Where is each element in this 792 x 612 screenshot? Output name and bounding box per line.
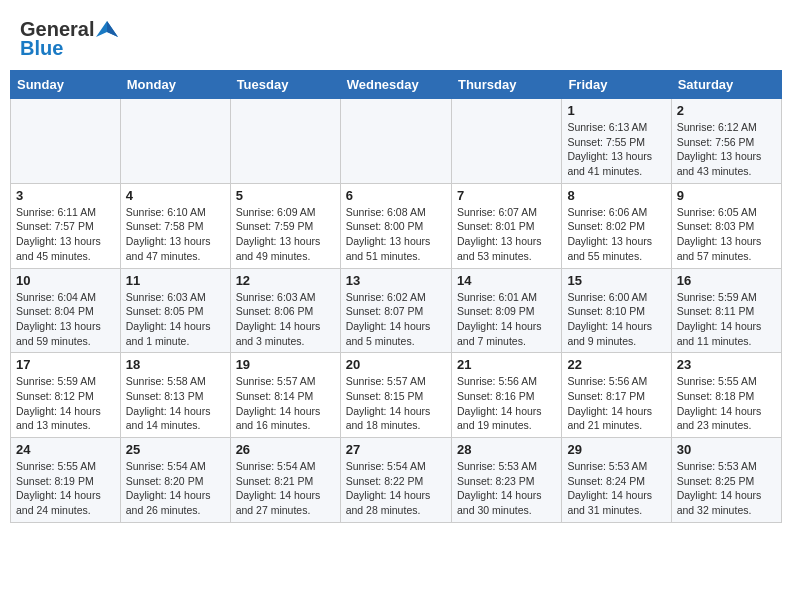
logo-bird-icon bbox=[96, 19, 118, 41]
calendar-cell: 10Sunrise: 6:04 AMSunset: 8:04 PMDayligh… bbox=[11, 268, 121, 353]
day-info: Sunrise: 6:08 AMSunset: 8:00 PMDaylight:… bbox=[346, 205, 446, 264]
day-number: 22 bbox=[567, 357, 665, 372]
calendar-cell: 9Sunrise: 6:05 AMSunset: 8:03 PMDaylight… bbox=[671, 183, 781, 268]
calendar-cell: 25Sunrise: 5:54 AMSunset: 8:20 PMDayligh… bbox=[120, 438, 230, 523]
calendar-cell bbox=[120, 99, 230, 184]
header-tuesday: Tuesday bbox=[230, 71, 340, 99]
day-number: 13 bbox=[346, 273, 446, 288]
day-info: Sunrise: 5:54 AMSunset: 8:21 PMDaylight:… bbox=[236, 459, 335, 518]
calendar-cell bbox=[451, 99, 561, 184]
calendar-cell: 26Sunrise: 5:54 AMSunset: 8:21 PMDayligh… bbox=[230, 438, 340, 523]
day-info: Sunrise: 5:59 AMSunset: 8:12 PMDaylight:… bbox=[16, 374, 115, 433]
calendar-week-3: 10Sunrise: 6:04 AMSunset: 8:04 PMDayligh… bbox=[11, 268, 782, 353]
day-number: 2 bbox=[677, 103, 776, 118]
calendar-cell: 3Sunrise: 6:11 AMSunset: 7:57 PMDaylight… bbox=[11, 183, 121, 268]
calendar-cell: 12Sunrise: 6:03 AMSunset: 8:06 PMDayligh… bbox=[230, 268, 340, 353]
calendar-cell: 28Sunrise: 5:53 AMSunset: 8:23 PMDayligh… bbox=[451, 438, 561, 523]
day-number: 6 bbox=[346, 188, 446, 203]
calendar-week-1: 1Sunrise: 6:13 AMSunset: 7:55 PMDaylight… bbox=[11, 99, 782, 184]
day-number: 19 bbox=[236, 357, 335, 372]
day-number: 4 bbox=[126, 188, 225, 203]
day-number: 21 bbox=[457, 357, 556, 372]
day-number: 29 bbox=[567, 442, 665, 457]
day-number: 17 bbox=[16, 357, 115, 372]
svg-marker-1 bbox=[107, 21, 118, 37]
calendar-cell: 21Sunrise: 5:56 AMSunset: 8:16 PMDayligh… bbox=[451, 353, 561, 438]
day-info: Sunrise: 5:59 AMSunset: 8:11 PMDaylight:… bbox=[677, 290, 776, 349]
calendar-cell: 23Sunrise: 5:55 AMSunset: 8:18 PMDayligh… bbox=[671, 353, 781, 438]
calendar-cell: 20Sunrise: 5:57 AMSunset: 8:15 PMDayligh… bbox=[340, 353, 451, 438]
day-number: 28 bbox=[457, 442, 556, 457]
day-number: 18 bbox=[126, 357, 225, 372]
day-info: Sunrise: 6:04 AMSunset: 8:04 PMDaylight:… bbox=[16, 290, 115, 349]
calendar-cell: 7Sunrise: 6:07 AMSunset: 8:01 PMDaylight… bbox=[451, 183, 561, 268]
calendar-week-5: 24Sunrise: 5:55 AMSunset: 8:19 PMDayligh… bbox=[11, 438, 782, 523]
day-info: Sunrise: 6:06 AMSunset: 8:02 PMDaylight:… bbox=[567, 205, 665, 264]
day-info: Sunrise: 6:11 AMSunset: 7:57 PMDaylight:… bbox=[16, 205, 115, 264]
header-friday: Friday bbox=[562, 71, 671, 99]
calendar-cell: 24Sunrise: 5:55 AMSunset: 8:19 PMDayligh… bbox=[11, 438, 121, 523]
day-info: Sunrise: 5:57 AMSunset: 8:14 PMDaylight:… bbox=[236, 374, 335, 433]
calendar-cell: 18Sunrise: 5:58 AMSunset: 8:13 PMDayligh… bbox=[120, 353, 230, 438]
day-info: Sunrise: 6:13 AMSunset: 7:55 PMDaylight:… bbox=[567, 120, 665, 179]
day-info: Sunrise: 5:57 AMSunset: 8:15 PMDaylight:… bbox=[346, 374, 446, 433]
day-number: 26 bbox=[236, 442, 335, 457]
day-info: Sunrise: 6:03 AMSunset: 8:06 PMDaylight:… bbox=[236, 290, 335, 349]
calendar-cell bbox=[230, 99, 340, 184]
day-number: 11 bbox=[126, 273, 225, 288]
logo-blue-text: Blue bbox=[20, 37, 63, 60]
calendar-cell: 13Sunrise: 6:02 AMSunset: 8:07 PMDayligh… bbox=[340, 268, 451, 353]
day-number: 12 bbox=[236, 273, 335, 288]
day-number: 15 bbox=[567, 273, 665, 288]
day-number: 9 bbox=[677, 188, 776, 203]
header-sunday: Sunday bbox=[11, 71, 121, 99]
day-number: 30 bbox=[677, 442, 776, 457]
day-number: 16 bbox=[677, 273, 776, 288]
day-info: Sunrise: 5:55 AMSunset: 8:19 PMDaylight:… bbox=[16, 459, 115, 518]
calendar-cell: 5Sunrise: 6:09 AMSunset: 7:59 PMDaylight… bbox=[230, 183, 340, 268]
day-number: 25 bbox=[126, 442, 225, 457]
day-info: Sunrise: 5:54 AMSunset: 8:22 PMDaylight:… bbox=[346, 459, 446, 518]
day-number: 1 bbox=[567, 103, 665, 118]
day-number: 24 bbox=[16, 442, 115, 457]
day-info: Sunrise: 6:07 AMSunset: 8:01 PMDaylight:… bbox=[457, 205, 556, 264]
day-info: Sunrise: 5:53 AMSunset: 8:25 PMDaylight:… bbox=[677, 459, 776, 518]
calendar-cell: 14Sunrise: 6:01 AMSunset: 8:09 PMDayligh… bbox=[451, 268, 561, 353]
day-number: 27 bbox=[346, 442, 446, 457]
day-info: Sunrise: 6:05 AMSunset: 8:03 PMDaylight:… bbox=[677, 205, 776, 264]
day-number: 3 bbox=[16, 188, 115, 203]
day-info: Sunrise: 6:09 AMSunset: 7:59 PMDaylight:… bbox=[236, 205, 335, 264]
day-info: Sunrise: 6:12 AMSunset: 7:56 PMDaylight:… bbox=[677, 120, 776, 179]
calendar-cell: 16Sunrise: 5:59 AMSunset: 8:11 PMDayligh… bbox=[671, 268, 781, 353]
day-number: 14 bbox=[457, 273, 556, 288]
header-wednesday: Wednesday bbox=[340, 71, 451, 99]
day-number: 7 bbox=[457, 188, 556, 203]
day-number: 5 bbox=[236, 188, 335, 203]
day-info: Sunrise: 5:53 AMSunset: 8:23 PMDaylight:… bbox=[457, 459, 556, 518]
day-number: 23 bbox=[677, 357, 776, 372]
day-info: Sunrise: 5:58 AMSunset: 8:13 PMDaylight:… bbox=[126, 374, 225, 433]
day-info: Sunrise: 5:55 AMSunset: 8:18 PMDaylight:… bbox=[677, 374, 776, 433]
day-info: Sunrise: 5:54 AMSunset: 8:20 PMDaylight:… bbox=[126, 459, 225, 518]
day-number: 20 bbox=[346, 357, 446, 372]
header-thursday: Thursday bbox=[451, 71, 561, 99]
calendar-cell bbox=[11, 99, 121, 184]
calendar-week-4: 17Sunrise: 5:59 AMSunset: 8:12 PMDayligh… bbox=[11, 353, 782, 438]
day-info: Sunrise: 6:10 AMSunset: 7:58 PMDaylight:… bbox=[126, 205, 225, 264]
day-info: Sunrise: 5:56 AMSunset: 8:17 PMDaylight:… bbox=[567, 374, 665, 433]
calendar-week-2: 3Sunrise: 6:11 AMSunset: 7:57 PMDaylight… bbox=[11, 183, 782, 268]
day-info: Sunrise: 6:00 AMSunset: 8:10 PMDaylight:… bbox=[567, 290, 665, 349]
calendar-cell: 30Sunrise: 5:53 AMSunset: 8:25 PMDayligh… bbox=[671, 438, 781, 523]
calendar-cell: 17Sunrise: 5:59 AMSunset: 8:12 PMDayligh… bbox=[11, 353, 121, 438]
calendar-cell: 4Sunrise: 6:10 AMSunset: 7:58 PMDaylight… bbox=[120, 183, 230, 268]
calendar-cell: 11Sunrise: 6:03 AMSunset: 8:05 PMDayligh… bbox=[120, 268, 230, 353]
page-header: General Blue bbox=[10, 10, 782, 64]
header-monday: Monday bbox=[120, 71, 230, 99]
day-info: Sunrise: 6:01 AMSunset: 8:09 PMDaylight:… bbox=[457, 290, 556, 349]
calendar-cell: 22Sunrise: 5:56 AMSunset: 8:17 PMDayligh… bbox=[562, 353, 671, 438]
day-info: Sunrise: 6:03 AMSunset: 8:05 PMDaylight:… bbox=[126, 290, 225, 349]
logo: General Blue bbox=[20, 18, 118, 60]
calendar-cell: 15Sunrise: 6:00 AMSunset: 8:10 PMDayligh… bbox=[562, 268, 671, 353]
day-number: 10 bbox=[16, 273, 115, 288]
calendar-cell: 29Sunrise: 5:53 AMSunset: 8:24 PMDayligh… bbox=[562, 438, 671, 523]
